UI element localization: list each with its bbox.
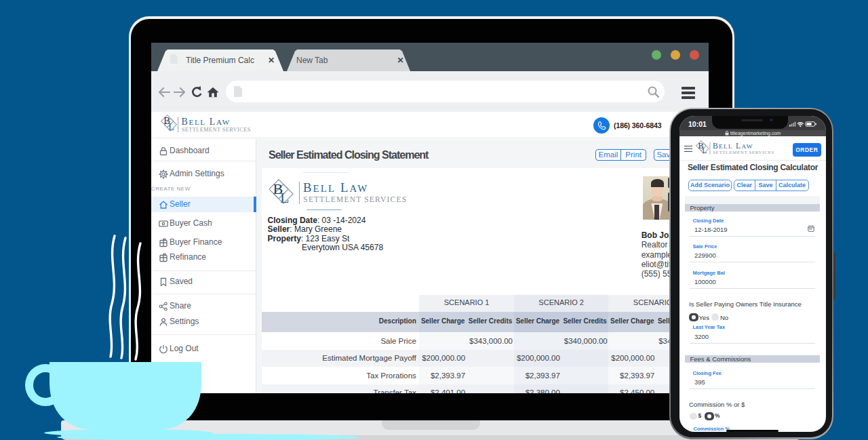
svg-text:SETTLEMENT SERVICES: SETTLEMENT SERVICES (303, 195, 407, 203)
svg-text:L: L (702, 145, 707, 155)
svg-text:L: L (280, 188, 289, 205)
svg-text:BELL LAW: BELL LAW (713, 141, 753, 150)
svg-text:SETTLEMENT SERVICES: SETTLEMENT SERVICES (182, 127, 251, 133)
svg-text:BELL LAW: BELL LAW (303, 180, 368, 194)
svg-text:L: L (168, 121, 174, 132)
svg-text:SETTLEMENT SERVICES: SETTLEMENT SERVICES (713, 150, 774, 155)
svg-text:BELL LAW: BELL LAW (182, 117, 231, 127)
